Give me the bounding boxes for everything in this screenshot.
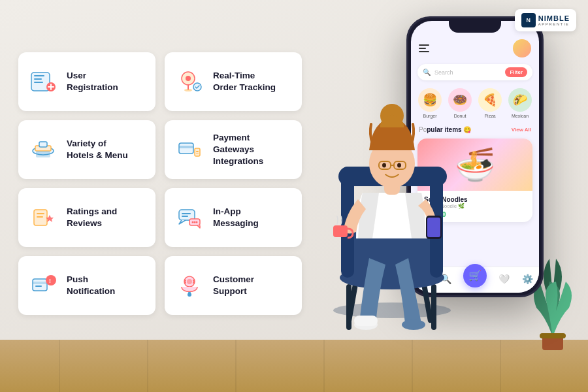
svg-rect-41 bbox=[431, 284, 436, 330]
pizza-label: Pizza bbox=[484, 114, 495, 118]
svg-rect-52 bbox=[333, 225, 348, 237]
svg-point-61 bbox=[382, 163, 386, 168]
card-push-notification[interactable]: ! PushNotification bbox=[18, 256, 155, 315]
svg-rect-2 bbox=[34, 78, 42, 80]
in-app-messaging-label: In-AppMessaging bbox=[213, 206, 259, 229]
svg-rect-51 bbox=[354, 316, 378, 326]
card-ratings-reviews[interactable]: Ratings andReviews bbox=[18, 188, 155, 247]
variety-hotels-menu-icon bbox=[29, 135, 57, 164]
filter-button[interactable]: Filter bbox=[505, 67, 527, 77]
svg-rect-13 bbox=[39, 142, 47, 147]
person-illustration bbox=[314, 49, 483, 343]
real-time-order-tracking-label: Real-TimeOrder Tracking bbox=[213, 70, 276, 93]
logo-nimble: NIMBLE bbox=[538, 15, 570, 22]
svg-point-28 bbox=[194, 221, 196, 223]
settings-nav-icon[interactable]: ⚙️ bbox=[522, 274, 533, 284]
svg-rect-25 bbox=[182, 216, 188, 217]
svg-rect-16 bbox=[179, 146, 193, 148]
real-time-order-tracking-icon bbox=[175, 67, 204, 96]
card-in-app-messaging[interactable]: In-AppMessaging bbox=[165, 188, 302, 247]
svg-rect-22 bbox=[37, 216, 43, 218]
svg-rect-1 bbox=[34, 75, 44, 76]
svg-rect-3 bbox=[34, 82, 43, 83]
svg-rect-18 bbox=[196, 151, 199, 152]
svg-point-8 bbox=[186, 76, 191, 81]
user-registration-label: UserRegistration bbox=[67, 70, 118, 93]
svg-point-50 bbox=[402, 319, 425, 330]
payment-gateways-icon bbox=[175, 135, 204, 164]
feature-cards-grid: UserRegistration Real-TimeOrder Tracking bbox=[18, 52, 302, 315]
svg-point-27 bbox=[192, 221, 194, 223]
svg-rect-21 bbox=[37, 213, 44, 214]
card-variety-hotels-menu[interactable]: Variety ofHotels & Menu bbox=[18, 120, 155, 179]
svg-rect-32 bbox=[35, 286, 42, 287]
svg-rect-14 bbox=[36, 151, 50, 157]
svg-point-36 bbox=[187, 279, 192, 284]
payment-gateways-label: Payment GatewaysIntegrations bbox=[213, 132, 291, 168]
variety-hotels-menu-label: Variety ofHotels & Menu bbox=[67, 138, 128, 161]
push-notification-icon: ! bbox=[29, 271, 57, 300]
card-user-registration[interactable]: UserRegistration bbox=[18, 52, 155, 111]
svg-rect-64 bbox=[540, 333, 566, 338]
svg-rect-31 bbox=[33, 282, 47, 284]
logo-icon: N bbox=[521, 13, 536, 27]
card-payment-gateways[interactable]: Payment GatewaysIntegrations bbox=[165, 120, 302, 179]
logo-apprentice: APPRENTIE bbox=[538, 22, 570, 26]
mexican-label: Mexican bbox=[512, 114, 529, 118]
push-notification-label: PushNotification bbox=[67, 274, 115, 297]
in-app-messaging-icon bbox=[175, 203, 204, 232]
floor-lines bbox=[0, 340, 588, 392]
customer-support-icon bbox=[175, 271, 204, 300]
ratings-reviews-icon bbox=[29, 203, 57, 232]
svg-rect-30 bbox=[33, 279, 47, 291]
phone-notch bbox=[449, 18, 501, 33]
svg-rect-19 bbox=[196, 154, 199, 154]
svg-rect-24 bbox=[182, 213, 191, 214]
mexican-icon: 🌮 bbox=[508, 88, 532, 112]
ratings-reviews-label: Ratings andReviews bbox=[67, 206, 117, 229]
logo: N NIMBLE APPRENTIE bbox=[515, 9, 576, 31]
category-mexican[interactable]: 🌮 Mexican bbox=[508, 88, 532, 118]
svg-text:!: ! bbox=[49, 278, 51, 284]
view-all-link[interactable]: View All bbox=[512, 127, 531, 133]
svg-rect-38 bbox=[188, 292, 191, 295]
user-registration-icon bbox=[29, 67, 57, 96]
logo-text: NIMBLE APPRENTIE bbox=[538, 15, 570, 26]
card-real-time-order-tracking[interactable]: Real-TimeOrder Tracking bbox=[165, 52, 302, 111]
floor bbox=[0, 340, 588, 392]
svg-point-62 bbox=[397, 163, 401, 168]
user-avatar bbox=[513, 39, 531, 57]
card-customer-support[interactable]: CustomerSupport bbox=[165, 256, 302, 315]
heart-nav-icon[interactable]: 🤍 bbox=[498, 274, 510, 284]
svg-point-33 bbox=[46, 275, 56, 286]
svg-rect-54 bbox=[427, 218, 440, 237]
svg-point-9 bbox=[184, 89, 192, 91]
svg-point-29 bbox=[196, 221, 198, 223]
customer-support-label: CustomerSupport bbox=[213, 274, 254, 297]
